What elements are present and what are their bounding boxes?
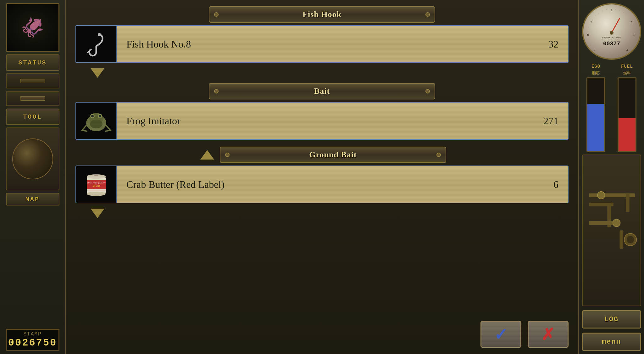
bait-name: Frog Imitator	[117, 115, 543, 127]
fish-hook-header: Fish Hook	[75, 6, 569, 23]
bait-section: Bait	[75, 83, 569, 143]
svg-text:2: 2	[630, 20, 632, 24]
confirm-icon: ✓	[494, 325, 508, 344]
pipe-system	[582, 155, 641, 306]
svg-point-34	[613, 219, 620, 227]
can-icon: OPEN FINE QUALITY CRAB	[82, 170, 110, 199]
fish-hook-icon	[82, 30, 110, 58]
ground-bait-header-bar: Ground Bait	[220, 147, 446, 163]
ground-bait-scroll-down[interactable]	[88, 207, 107, 220]
svg-text:7: 7	[590, 20, 592, 24]
svg-text:CRAB: CRAB	[92, 184, 100, 187]
ego-label: EGO	[591, 64, 600, 69]
ground-bait-name: Crab Butter (Red Label)	[117, 179, 553, 190]
svg-point-24	[610, 31, 613, 35]
fish-hook-title: Fish Hook	[303, 10, 341, 19]
svg-text:00377: 00377	[603, 41, 620, 47]
svg-text:3: 3	[633, 33, 635, 37]
gauge-ticks: 1 2 3 4 5 6 7 BRIGANIRO MADE 00377	[583, 4, 640, 60]
log-button[interactable]: LOG	[582, 310, 641, 329]
portrait-figure: 🦑	[21, 16, 44, 39]
svg-text:1: 1	[611, 8, 613, 12]
bait-header-bar: Bait	[209, 83, 435, 99]
svg-point-10	[87, 192, 106, 196]
fish-hook-section: Fish Hook Fish Hook No.8 32	[75, 6, 569, 80]
left-sidebar: 🦑 STATUS TOOL MAP STAMP 0026750	[0, 0, 66, 354]
drawer-handle-2	[20, 96, 45, 101]
ground-bait-header: Ground Bait	[75, 147, 569, 163]
arrow-up-icon	[200, 150, 214, 160]
bait-header: Bait	[75, 83, 569, 99]
gauge-inner: 1 2 3 4 5 6 7 BRIGANIRO MADE 00377	[583, 4, 640, 59]
menu-button[interactable]: menu	[582, 333, 641, 351]
right-panel: 1 2 3 4 5 6 7 BRIGANIRO MADE 00377 EGO 順…	[578, 0, 644, 354]
map-button[interactable]: MAP	[6, 193, 59, 205]
fish-hook-arrow-down-row	[75, 67, 569, 79]
fish-hook-item-row[interactable]: Fish Hook No.8 32	[75, 25, 569, 63]
ground-bait-section: Ground Bait OPEN FINE QUALITY	[75, 147, 569, 220]
arrow-down-icon	[91, 68, 104, 78]
svg-point-0	[98, 33, 101, 36]
frog-icon	[80, 107, 112, 135]
fish-hook-header-bar: Fish Hook	[209, 6, 435, 23]
svg-point-33	[597, 192, 604, 199]
stamp-label: STAMP	[23, 331, 42, 337]
svg-point-7	[90, 120, 103, 128]
status-label: STATUS	[18, 59, 47, 66]
status-button[interactable]: STATUS	[6, 54, 59, 71]
ground-bait-title: Ground Bait	[309, 150, 357, 160]
stamp-value: 0026750	[8, 337, 57, 349]
ego-kanji: 順応	[592, 70, 600, 76]
cancel-button[interactable]: ✗	[528, 321, 569, 348]
fish-hook-image	[76, 25, 117, 63]
svg-point-36	[626, 236, 634, 243]
svg-point-6	[99, 115, 101, 117]
svg-point-5	[91, 115, 94, 117]
drawer-2[interactable]	[6, 91, 59, 106]
fish-hook-count: 32	[548, 38, 568, 50]
bait-title: Bait	[314, 87, 330, 96]
fish-hook-scroll-down[interactable]	[88, 67, 107, 79]
pipe-svg	[583, 155, 641, 306]
svg-rect-32	[619, 230, 623, 249]
svg-text:6: 6	[587, 33, 589, 37]
stamp-display: STAMP 0026750	[6, 329, 59, 351]
ground-bait-count: 6	[553, 179, 568, 190]
action-buttons: ✓ ✗	[75, 318, 569, 348]
ego-bar-container	[586, 77, 605, 152]
arrow-down-icon-2	[91, 209, 104, 218]
svg-text:4: 4	[626, 48, 628, 52]
svg-text:BRIGANIRO MADE: BRIGANIRO MADE	[602, 37, 621, 39]
fuel-kanji: 燃料	[623, 70, 631, 76]
fish-hook-name: Fish Hook No.8	[117, 38, 548, 50]
svg-text:5: 5	[593, 48, 595, 52]
bait-count: 271	[543, 115, 568, 127]
ground-bait-scroll-up[interactable]	[198, 149, 217, 161]
ground-bait-arrow-down-row	[75, 207, 569, 220]
globe-circle	[12, 138, 53, 179]
svg-rect-31	[626, 194, 630, 212]
log-label: LOG	[604, 316, 619, 323]
map-label: MAP	[25, 196, 40, 203]
svg-rect-14	[94, 174, 98, 176]
menu-label: menu	[602, 338, 621, 346]
confirm-button[interactable]: ✓	[480, 321, 521, 348]
character-portrait: 🦑	[6, 3, 59, 52]
drawer-handle-1	[20, 79, 45, 83]
main-content: Fish Hook Fish Hook No.8 32	[66, 0, 578, 354]
ground-bait-image: OPEN FINE QUALITY CRAB	[76, 166, 117, 203]
svg-text:OPEN FINE QUALITY: OPEN FINE QUALITY	[87, 182, 106, 184]
fuel-column: FUEL 燃料	[613, 64, 641, 152]
ego-fuel-row: EGO 順応 FUEL 燃料	[582, 64, 641, 152]
tool-button[interactable]: TOOL	[6, 109, 59, 125]
tool-label: TOOL	[23, 113, 42, 121]
gauge-meter: 1 2 3 4 5 6 7 BRIGANIRO MADE 00377	[582, 3, 641, 60]
drawer-1[interactable]	[6, 73, 59, 88]
bait-image	[76, 102, 117, 140]
fuel-label: FUEL	[621, 64, 633, 69]
fuel-bar-fill	[619, 118, 636, 151]
ground-bait-item-row[interactable]: OPEN FINE QUALITY CRAB Crab Butter (Red …	[75, 166, 569, 203]
ego-column: EGO 順応	[582, 64, 610, 152]
globe-widget	[6, 127, 59, 190]
bait-item-row[interactable]: Frog Imitator 271	[75, 102, 569, 140]
